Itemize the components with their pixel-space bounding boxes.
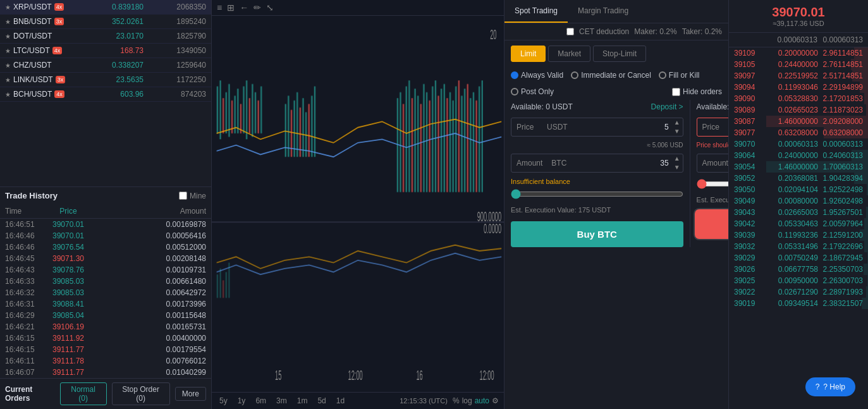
mine-check[interactable]	[179, 192, 187, 200]
svg-rect-33	[314, 87, 315, 157]
auto-icon[interactable]: auto	[475, 396, 489, 405]
ob-ask-row[interactable]: 39090 0.05328830 2.17201853	[729, 93, 868, 104]
ob-bid-row[interactable]: 39064 0.24000000 0.24060313	[729, 150, 868, 161]
percent-icon[interactable]: %	[453, 396, 460, 405]
buy-price-down[interactable]: ▼	[674, 127, 680, 136]
star-icon[interactable]: ★	[5, 91, 11, 98]
ob-bid-row[interactable]: 39052 0.20368081 1.90428394	[729, 173, 868, 184]
more-btn[interactable]: More	[175, 387, 206, 401]
buy-btc-button[interactable]: Buy BTC	[511, 221, 683, 247]
normal-orders-btn[interactable]: Normal (0)	[60, 382, 107, 405]
log-icon[interactable]: log	[462, 396, 472, 405]
trade-rows: 16:46:51 39070.01 0.00169878 16:46:46 39…	[0, 219, 211, 378]
star-icon[interactable]: ★	[5, 62, 11, 69]
validity-always-valid[interactable]: Always Valid	[511, 71, 563, 80]
buy-amount-up[interactable]: ▲	[674, 154, 680, 163]
chart-expand-icon[interactable]: ⤡	[266, 3, 274, 13]
buy-amount-field[interactable]	[570, 155, 671, 171]
ob-bid-row[interactable]: 39025 0.00950000 2.26300703	[729, 275, 868, 286]
validity-post-only[interactable]: Post Only	[511, 87, 554, 96]
ob-bid-row[interactable]: 39032 0.05331496 2.17922696	[729, 241, 868, 252]
order-tab-stop-limit[interactable]: Stop-Limit	[593, 46, 646, 62]
bid-amount: 0.00060313	[773, 140, 818, 149]
time-3m[interactable]: 3m	[274, 395, 290, 406]
buy-slider[interactable]	[511, 189, 683, 199]
coin-item[interactable]: ★ XRP/USDT 4x 0.839180 2068350	[0, 0, 211, 15]
chart-type-icon[interactable]: ≡	[217, 3, 222, 13]
sell-btc-button[interactable]: Sell BTC	[697, 211, 729, 237]
svg-rect-25	[291, 110, 292, 157]
buy-price-up[interactable]: ▲	[674, 118, 680, 127]
settings-gear-icon[interactable]: ⚙	[492, 396, 499, 405]
ob-bid-row[interactable]: 39039 0.11993236 2.12591200	[729, 229, 868, 241]
bid-amount: 0.06677758	[773, 265, 818, 274]
coin-item[interactable]: ★ LINK/USDT 3x 23.5635 1172250	[0, 73, 211, 87]
star-icon[interactable]: ★	[5, 33, 11, 40]
buy-amount-down[interactable]: ▼	[674, 163, 680, 172]
svg-rect-12	[246, 80, 247, 139]
leverage-badge: 3x	[56, 76, 66, 83]
coin-item[interactable]: ★ BNB/USDT 3x 352.0261 1895240	[0, 15, 211, 29]
help-button[interactable]: ? ? Help	[805, 377, 855, 396]
trade-history-header: Trade History Mine	[0, 187, 211, 204]
time-6m[interactable]: 6m	[253, 395, 269, 406]
ob-bid-row[interactable]: 39022 0.02671290 2.28971993	[729, 286, 868, 298]
coin-item[interactable]: ★ DOT/USDT 23.0170 1825790	[0, 29, 211, 44]
ob-bid-row[interactable]: 39050 0.02094104 1.92522498	[729, 184, 868, 195]
stop-order-btn[interactable]: Stop Order (0)	[112, 382, 170, 405]
star-icon[interactable]: ★	[5, 4, 11, 11]
ob-ask-row[interactable]: 39087 1.46000000 2.09208000	[729, 116, 868, 127]
hide-orders-check[interactable]	[672, 88, 680, 96]
chart-settings-icon[interactable]: ⊞	[227, 3, 235, 13]
order-tab-limit[interactable]: Limit	[511, 46, 546, 62]
time-1y[interactable]: 1y	[235, 395, 248, 406]
coin-name: ★ BCH/USDT 4x	[5, 90, 75, 99]
ob-ask-row[interactable]: 39105 0.24400000 2.76114851	[729, 59, 868, 70]
trade-row: 16:46:45 39071.30 0.00208148	[0, 253, 211, 264]
sell-slider[interactable]	[697, 179, 729, 189]
ob-bid-row[interactable]: 39070 0.00060313 0.00060313	[729, 138, 868, 150]
order-tab-market[interactable]: Market	[548, 46, 590, 62]
ob-bid-row[interactable]: 39029 0.00750249 2.18672945	[729, 252, 868, 264]
ob-bid-row[interactable]: 39054 1.46000000 1.70060313	[729, 161, 868, 173]
svg-text:15: 15	[275, 368, 281, 384]
buy-price-field[interactable]	[572, 119, 671, 135]
star-icon[interactable]: ★	[5, 47, 11, 54]
svg-rect-9	[237, 89, 238, 133]
ob-ask-row[interactable]: 39094 0.11993046 2.29194899	[729, 82, 868, 93]
bid-total: 2.12591200	[818, 231, 863, 240]
ob-bid-row[interactable]: 39019 0.09349514 2.38321507	[729, 298, 868, 309]
ob-ask-row[interactable]: 39109 0.20000000 2.96114851	[729, 47, 868, 59]
svg-rect-60	[473, 92, 474, 192]
mine-checkbox[interactable]: Mine	[179, 192, 206, 200]
time-1d[interactable]: 1d	[334, 395, 347, 406]
chart-back-icon[interactable]: ←	[240, 3, 248, 13]
order-book: 39070.01 ≈39,117.36 USD 0.00060313 0.000…	[729, 0, 868, 409]
coin-item[interactable]: ★ LTC/USDT 4x 168.73 1349050	[0, 44, 211, 58]
ob-bid-row[interactable]: 39043 0.02665003 1.95267501	[729, 207, 868, 218]
ob-ask-row[interactable]: 39077 0.63208000 0.63208000	[729, 127, 868, 138]
ob-ask-row[interactable]: 39097 0.22519952 2.51714851	[729, 70, 868, 82]
ob-bid-row[interactable]: 39026 0.06677758 2.25350703	[729, 264, 868, 275]
ob-bid-row[interactable]: 39042 0.05330463 2.00597964	[729, 218, 868, 229]
chart-draw-icon[interactable]: ✏	[254, 3, 261, 13]
bid-amount: 0.20368081	[773, 174, 818, 183]
ob-bid-row[interactable]: 39049 0.00080000 1.92602498	[729, 195, 868, 207]
hide-orders-option[interactable]: Hide orders	[672, 87, 722, 96]
validity-immediate[interactable]: Immediate or Cancel	[571, 71, 651, 80]
svg-rect-35	[400, 92, 401, 192]
coin-item[interactable]: ★ CHZ/USDT 0.338207 1259640	[0, 58, 211, 73]
time-5y[interactable]: 5y	[217, 395, 230, 406]
tab-margin-trading[interactable]: Margin Trading	[568, 0, 639, 23]
ob-ask-row[interactable]: 39089 0.02665023 2.11873023	[729, 104, 868, 116]
cet-checkbox[interactable]	[566, 28, 574, 35]
star-icon[interactable]: ★	[5, 76, 11, 83]
time-1m[interactable]: 1m	[295, 395, 310, 406]
star-icon[interactable]: ★	[5, 18, 11, 25]
validity-fill-kill[interactable]: Fill or Kill	[659, 71, 700, 80]
tab-spot-trading[interactable]: Spot Trading	[504, 0, 568, 23]
coin-item[interactable]: ★ BCH/USDT 4x 603.96 874203	[0, 87, 211, 102]
time-5d[interactable]: 5d	[315, 395, 328, 406]
buy-available-label: Available: 0 USDT	[511, 102, 573, 111]
buy-deposit-link[interactable]: Deposit >	[651, 102, 683, 111]
